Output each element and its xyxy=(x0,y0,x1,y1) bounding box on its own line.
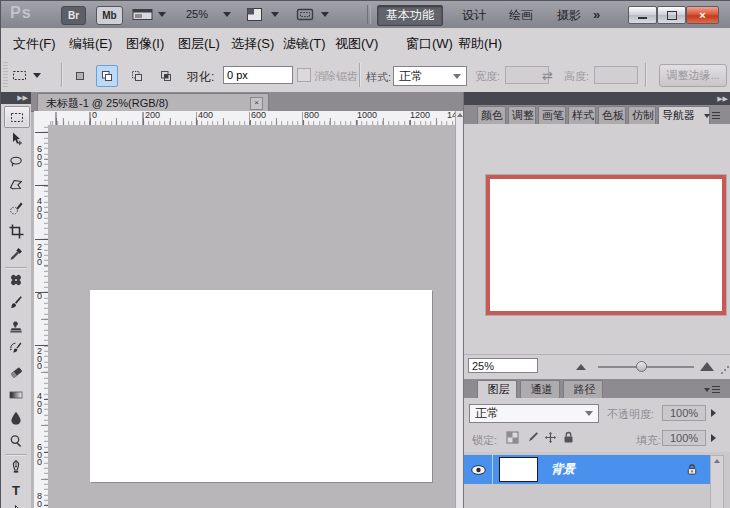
tab-adjustments[interactable]: 调整 xyxy=(508,106,536,124)
height-input[interactable] xyxy=(594,66,638,84)
tool-preset-picker[interactable] xyxy=(11,65,55,85)
intersect-selection-mode-button[interactable] xyxy=(155,65,177,87)
navigator-preview[interactable] xyxy=(486,175,726,315)
new-selection-mode-button[interactable] xyxy=(69,65,91,87)
document-canvas[interactable] xyxy=(90,290,432,482)
spot-healing-brush-tool[interactable] xyxy=(4,270,28,290)
zoom-in-icon[interactable] xyxy=(700,362,714,371)
layer-visibility-cell[interactable] xyxy=(464,455,493,484)
menu-file[interactable]: 文件(F) xyxy=(13,35,56,53)
lasso-tool[interactable] xyxy=(4,152,28,172)
tab-layers[interactable]: 图层 xyxy=(477,380,517,398)
workspace-more-chevron[interactable]: » xyxy=(593,7,600,22)
layer-thumbnail[interactable] xyxy=(499,457,538,482)
layers-tab-strip: 图层 通道 路径 xyxy=(464,379,730,399)
brush-tool[interactable] xyxy=(4,293,28,313)
crop-tool[interactable] xyxy=(4,221,28,241)
lock-pixels-brush-icon[interactable] xyxy=(524,429,540,445)
tab-styles[interactable]: 样式 xyxy=(568,106,596,124)
window-restore-button[interactable] xyxy=(657,6,686,24)
feather-input[interactable] xyxy=(223,66,293,84)
clone-stamp-icon xyxy=(8,318,24,334)
subtract-from-selection-mode-button[interactable] xyxy=(126,65,148,87)
eyedropper-tool[interactable] xyxy=(4,244,28,264)
lock-all-padlock-icon[interactable] xyxy=(560,429,576,445)
refine-edge-button[interactable]: 调整边缘... xyxy=(659,64,727,87)
launch-mini-bridge-button[interactable]: Mb xyxy=(96,6,123,25)
rectangular-marquee-tool[interactable] xyxy=(4,106,30,128)
arrange-documents-dropdown-arrow[interactable] xyxy=(271,12,279,17)
panel-resize-grip[interactable] xyxy=(720,365,730,375)
window-close-button[interactable]: × xyxy=(686,6,719,24)
tab-paths[interactable]: 路径 xyxy=(563,380,603,398)
blend-mode-dropdown[interactable]: 正常 xyxy=(469,404,599,423)
canvas-pasteboard[interactable] xyxy=(48,125,455,508)
opacity-value-box[interactable]: 100% xyxy=(662,405,706,421)
view-extras-dropdown-arrow[interactable] xyxy=(158,12,166,17)
window-minimize-button[interactable] xyxy=(628,6,657,24)
fill-slider-arrow[interactable] xyxy=(711,434,716,442)
menu-image[interactable]: 图像(I) xyxy=(126,35,164,53)
layers-controls: 正常 不透明度: 100% 锁定: xyxy=(464,398,730,453)
path-selection-tool[interactable] xyxy=(4,502,28,508)
menu-filter[interactable]: 滤镜(T) xyxy=(283,35,326,53)
menu-layer[interactable]: 图层(L) xyxy=(178,35,220,53)
menu-edit[interactable]: 编辑(E) xyxy=(69,35,112,53)
tab-brush[interactable]: 画笔 xyxy=(538,106,566,124)
tools-panel-collapse-chevron[interactable]: ▶▶ xyxy=(1,92,31,104)
zoom-level-value[interactable]: 25% xyxy=(186,8,208,20)
navigator-zoom-input[interactable]: 25% xyxy=(468,358,538,373)
blur-tool[interactable] xyxy=(4,408,28,428)
menu-view[interactable]: 视图(V) xyxy=(335,35,378,53)
workspace-tab-essentials[interactable]: 基本功能 xyxy=(377,5,443,26)
horizontal-ruler[interactable]: 0 200 400 600 800 1000 1200 1400 xyxy=(48,111,455,126)
menu-select[interactable]: 选择(S) xyxy=(231,35,274,53)
pen-tool[interactable] xyxy=(4,457,28,477)
type-tool[interactable]: T xyxy=(4,480,28,500)
background-layer-row[interactable]: 背景 xyxy=(464,455,710,484)
tab-color[interactable]: 颜色 xyxy=(477,106,506,124)
menu-window[interactable]: 窗口(W) xyxy=(406,35,453,53)
polygonal-lasso-tool[interactable] xyxy=(4,175,28,195)
zoom-level-dropdown-arrow[interactable] xyxy=(223,12,231,17)
dodge-tool[interactable] xyxy=(4,431,28,451)
view-extras-icon[interactable] xyxy=(132,7,154,25)
quick-selection-tool[interactable] xyxy=(4,198,28,218)
lock-transparency-icon[interactable] xyxy=(504,429,520,445)
history-brush-tool[interactable] xyxy=(4,339,28,359)
options-bar-grip[interactable] xyxy=(3,62,8,88)
add-to-selection-mode-button[interactable] xyxy=(96,65,118,87)
move-tool[interactable] xyxy=(4,129,28,149)
arrange-documents-icon[interactable] xyxy=(246,7,263,25)
fill-value-box[interactable]: 100% xyxy=(662,430,706,446)
lock-position-move-icon[interactable] xyxy=(542,429,558,445)
zoom-out-icon[interactable] xyxy=(576,364,586,370)
layers-scrollbar[interactable] xyxy=(710,455,724,508)
launch-bridge-button[interactable]: Br xyxy=(61,6,86,25)
screen-mode-dropdown-arrow[interactable] xyxy=(321,12,329,17)
panel-dock-collapse-chevron[interactable]: ▶▶ xyxy=(464,92,730,105)
workspace-tab-photography[interactable]: 摄影 xyxy=(548,5,590,26)
tab-swatches[interactable]: 色板 xyxy=(598,106,626,124)
workspace-tab-painting[interactable]: 绘画 xyxy=(500,5,542,26)
ruler-corner[interactable] xyxy=(34,111,49,126)
gradient-tool[interactable] xyxy=(4,385,28,405)
layers-scroll-up-icon[interactable] xyxy=(714,459,720,463)
tab-navigator[interactable]: 导航器 xyxy=(658,106,710,124)
tab-channels[interactable]: 通道 xyxy=(520,380,560,398)
menu-help[interactable]: 帮助(H) xyxy=(458,35,502,53)
eraser-tool[interactable] xyxy=(4,362,28,382)
navigator-zoom-slider-thumb[interactable] xyxy=(636,361,647,372)
opacity-slider-arrow[interactable] xyxy=(711,409,716,417)
tab-clone-source[interactable]: 仿制 xyxy=(628,106,656,124)
vertical-ruler[interactable]: 600 400 200 0 200 400 600 800 xyxy=(34,125,49,508)
screen-mode-icon[interactable] xyxy=(296,7,314,25)
style-dropdown[interactable]: 正常 xyxy=(393,66,467,86)
swap-width-height-icon[interactable]: ⇄ xyxy=(542,68,553,83)
panel-menu-icon[interactable] xyxy=(704,112,720,119)
antialias-checkbox[interactable] xyxy=(297,68,311,82)
document-tab-close-icon[interactable]: × xyxy=(250,97,263,110)
layers-panel-menu-icon[interactable] xyxy=(704,386,720,393)
clone-stamp-tool[interactable] xyxy=(4,316,28,336)
workspace-tab-design[interactable]: 设计 xyxy=(453,5,495,26)
